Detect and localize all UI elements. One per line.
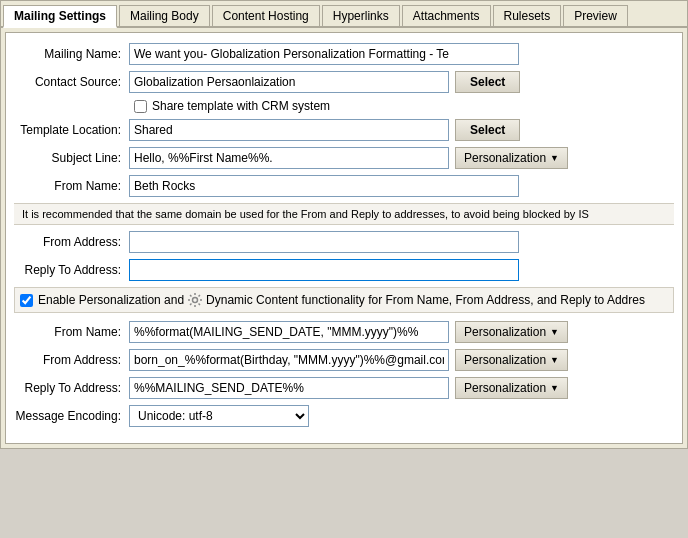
tab-preview[interactable]: Preview [563, 5, 628, 26]
from-name-label: From Name: [14, 179, 129, 193]
subject-line-personalization-button[interactable]: Personalization [455, 147, 568, 169]
template-location-input[interactable] [129, 119, 449, 141]
contact-source-label: Contact Source: [14, 75, 129, 89]
contact-source-select-button[interactable]: Select [455, 71, 520, 93]
mailing-name-row: Mailing Name: [14, 43, 674, 65]
enable-personalization-row: Enable Personalization and Dynamic Conte… [14, 287, 674, 313]
share-template-label: Share template with CRM system [152, 99, 330, 113]
settings-content: Mailing Name: Contact Source: Select Sha… [5, 32, 683, 444]
tab-rulesets[interactable]: Rulesets [493, 5, 562, 26]
message-encoding-select[interactable]: Unicode: utf-8 [129, 405, 309, 427]
from-address-label: From Address: [14, 235, 129, 249]
svg-point-0 [193, 298, 198, 303]
from-name-row: From Name: [14, 175, 674, 197]
from-address2-personalization-button[interactable]: Personalization [455, 349, 568, 371]
reply-to-address-label: Reply To Address: [14, 263, 129, 277]
template-location-row: Template Location: Select [14, 119, 674, 141]
reply-to2-label: Reply To Address: [14, 381, 129, 395]
message-encoding-label: Message Encoding: [14, 409, 129, 423]
reply-to-address-row: Reply To Address: [14, 259, 674, 281]
reply-to2-personalization-button[interactable]: Personalization [455, 377, 568, 399]
mailing-name-input[interactable] [129, 43, 519, 65]
reply-to2-row: Reply To Address: Personalization [14, 377, 674, 399]
main-window: Mailing Settings Mailing Body Content Ho… [0, 0, 688, 449]
tab-hyperlinks[interactable]: Hyperlinks [322, 5, 400, 26]
share-template-checkbox[interactable] [134, 100, 147, 113]
from-address-input[interactable] [129, 231, 519, 253]
tab-attachments[interactable]: Attachments [402, 5, 491, 26]
tab-bar: Mailing Settings Mailing Body Content Ho… [1, 1, 687, 28]
reply-to-address-input[interactable] [129, 259, 519, 281]
template-location-label: Template Location: [14, 123, 129, 137]
subject-line-input[interactable] [129, 147, 449, 169]
notice-text: It is recommended that the same domain b… [14, 203, 674, 225]
enable-label: Enable Personalization and [38, 293, 184, 307]
from-address-row: From Address: [14, 231, 674, 253]
from-name2-row: From Name: Personalization [14, 321, 674, 343]
subject-line-label: Subject Line: [14, 151, 129, 165]
reply-to2-input[interactable] [129, 377, 449, 399]
share-template-row: Share template with CRM system [14, 99, 674, 113]
enable-personalization-checkbox[interactable] [20, 294, 33, 307]
message-encoding-row: Message Encoding: Unicode: utf-8 [14, 405, 674, 427]
tab-mailing-settings[interactable]: Mailing Settings [3, 5, 117, 28]
contact-source-input[interactable] [129, 71, 449, 93]
gear-icon [187, 292, 203, 308]
enable-label2: Dynamic Content functionality for From N… [206, 293, 645, 307]
from-name2-personalization-button[interactable]: Personalization [455, 321, 568, 343]
from-name2-label: From Name: [14, 325, 129, 339]
from-name2-input[interactable] [129, 321, 449, 343]
from-address2-row: From Address: Personalization [14, 349, 674, 371]
contact-source-row: Contact Source: Select [14, 71, 674, 93]
subject-line-row: Subject Line: Personalization [14, 147, 674, 169]
mailing-name-label: Mailing Name: [14, 47, 129, 61]
from-name-input[interactable] [129, 175, 519, 197]
from-address2-input[interactable] [129, 349, 449, 371]
template-location-select-button[interactable]: Select [455, 119, 520, 141]
tab-mailing-body[interactable]: Mailing Body [119, 5, 210, 26]
tab-content-hosting[interactable]: Content Hosting [212, 5, 320, 26]
from-address2-label: From Address: [14, 353, 129, 367]
